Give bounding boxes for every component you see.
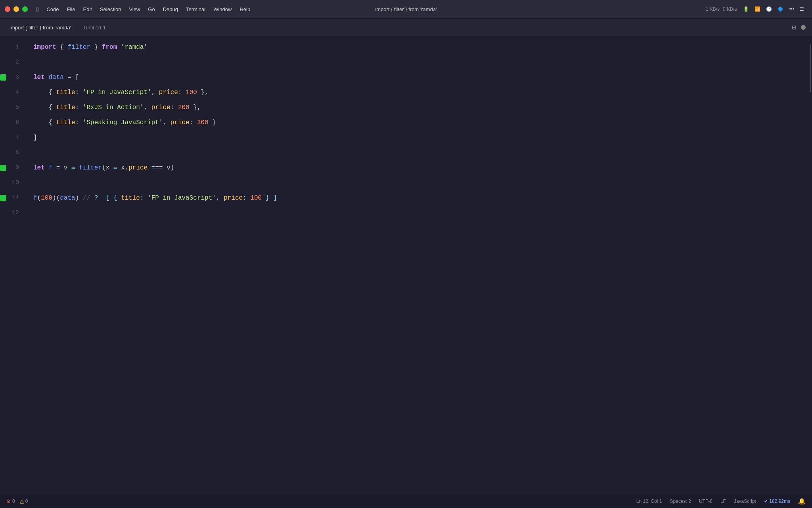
traffic-lights: [0, 6, 33, 12]
error-count[interactable]: ⊗ 0 △ 0: [6, 498, 28, 504]
code-token: //: [79, 194, 94, 202]
close-button[interactable]: [5, 6, 10, 12]
code-token: 'FP in JavaScript': [147, 194, 216, 202]
finder-icon: 🔷: [778, 6, 783, 12]
code-token: let: [33, 164, 45, 171]
menu-edit[interactable]: Edit: [79, 0, 96, 19]
maximize-button[interactable]: [22, 6, 28, 12]
menu-go[interactable]: Go: [144, 0, 159, 19]
line-num: 11: [12, 190, 19, 206]
code-token: title: [56, 104, 75, 111]
battery-icon: 🔋: [743, 6, 749, 12]
code-token: [147, 164, 151, 171]
cursor-position[interactable]: Ln 12, Col 1: [636, 498, 662, 504]
code-line: let f = v ⇒ filter(x ⇒ x.price === v): [33, 160, 809, 175]
code-token: price: [151, 104, 170, 111]
encoding[interactable]: UTF-8: [699, 498, 712, 504]
code-token: } ]: [262, 194, 277, 202]
tab-active[interactable]: import { filter } from 'ramda': [6, 23, 74, 32]
line-number-row: 9: [0, 160, 19, 175]
code-line: { title: 'Speaking JavaScript', price: 3…: [33, 115, 809, 130]
code-token: 100: [186, 89, 197, 96]
minimize-button[interactable]: [13, 6, 19, 12]
code-token: :: [75, 89, 83, 96]
code-token: ,: [216, 194, 224, 202]
code-token: x: [106, 164, 110, 171]
language-mode[interactable]: JavaScript: [734, 498, 756, 504]
code-token: from: [102, 44, 117, 51]
line-number-row: 10: [0, 175, 19, 190]
code-token: 'Speaking JavaScript': [83, 119, 163, 126]
titlebar-icons: 🔋 📶 🕐 🔷 ••• ☰: [743, 6, 804, 12]
scrollbar[interactable]: [809, 37, 812, 494]
menu-view[interactable]: View: [125, 0, 144, 19]
menu-help[interactable]: Help: [236, 0, 254, 19]
clock-icon: 🕐: [766, 6, 772, 12]
code-token: filter: [67, 44, 90, 51]
dot-indicator: [801, 25, 806, 30]
line-number-row: 2: [0, 55, 19, 70]
menu-debug[interactable]: Debug: [159, 0, 182, 19]
code-line: [33, 145, 809, 160]
tab-untitled[interactable]: Untitled-1: [80, 23, 109, 32]
code-token: ): [75, 194, 79, 202]
code-token: [117, 44, 121, 51]
code-token: ⇒: [71, 164, 75, 172]
line-number-row: 12: [0, 206, 19, 221]
code-token: {: [33, 119, 56, 126]
scrollbar-thumb[interactable]: [810, 44, 811, 92]
breakpoint-indicator[interactable]: [0, 195, 6, 201]
line-ending[interactable]: LF: [720, 498, 726, 504]
code-token: =: [67, 74, 71, 81]
code-token: import: [33, 44, 56, 51]
code-token: 300: [197, 119, 209, 126]
code-token: }: [90, 44, 102, 51]
line-num: 12: [12, 206, 19, 221]
menu-selection[interactable]: Selection: [96, 0, 125, 19]
code-token: ===: [151, 164, 163, 171]
breakpoint-indicator[interactable]: [0, 165, 6, 171]
split-editor-icon[interactable]: ⊞: [792, 23, 796, 32]
code-token: 'ramda': [121, 44, 147, 51]
notifications-icon[interactable]: 🔔: [798, 498, 806, 505]
code-token: [ {: [98, 194, 121, 202]
code-token: },: [197, 89, 209, 96]
code-line: { title: 'FP in JavaScript', price: 100 …: [33, 85, 809, 100]
code-line: [33, 55, 809, 70]
code-content[interactable]: import { filter } from 'ramda'let data =…: [24, 37, 809, 494]
code-token: [45, 74, 49, 81]
line-num: 10: [12, 175, 19, 190]
line-number-row: 4: [0, 85, 19, 100]
code-token: data: [60, 194, 75, 202]
error-icon: ⊗: [6, 498, 11, 504]
code-line: [33, 206, 809, 221]
code-token: {: [33, 104, 56, 111]
menu-terminal[interactable]: Terminal: [182, 0, 209, 19]
code-token: :: [190, 119, 197, 126]
line-num: 5: [15, 100, 19, 115]
code-token: [52, 164, 56, 171]
code-token: [64, 74, 68, 81]
code-token: },: [190, 104, 201, 111]
line-number-row: 5: [0, 100, 19, 115]
code-line: import { filter } from 'ramda': [33, 40, 809, 55]
code-token: price: [128, 164, 147, 171]
code-token: v: [60, 164, 71, 171]
breakpoint-indicator[interactable]: [0, 74, 6, 81]
code-line: ]: [33, 130, 809, 145]
menu-file[interactable]: File: [63, 0, 79, 19]
line-num: 4: [15, 85, 19, 100]
apple-menu[interactable]: : [33, 0, 42, 19]
code-token: f: [48, 164, 52, 171]
code-token: }: [209, 119, 216, 126]
menu-window[interactable]: Window: [209, 0, 236, 19]
menu-code[interactable]: Code: [42, 0, 63, 19]
code-token: data: [48, 74, 63, 81]
indentation[interactable]: Spaces: 2: [670, 498, 691, 504]
window-title: import { filter } from 'ramda': [375, 6, 437, 12]
code-token: price: [170, 119, 190, 126]
code-token: price: [224, 194, 243, 202]
line-number-row: 6: [0, 115, 19, 130]
code-token: [: [71, 74, 79, 81]
code-line: let data = [: [33, 70, 809, 85]
